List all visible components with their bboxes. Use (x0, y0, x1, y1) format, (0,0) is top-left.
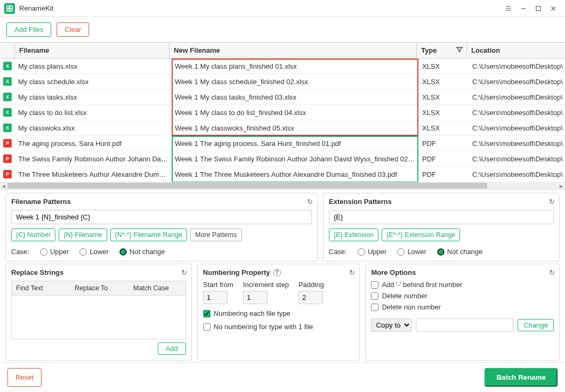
filename-cell: My class to do list.xlsx (15, 109, 172, 117)
col-filename[interactable]: Filename (15, 43, 170, 58)
table-row[interactable]: XMy class to do list.xlsxWeek 1 My class… (0, 105, 565, 120)
filename-cell: The Three Musketeers Author Alexandre Du… (15, 170, 172, 178)
delete-non-number-label: Delete non number (382, 303, 441, 311)
scroll-left-icon[interactable]: ◄ (0, 182, 7, 190)
filter-icon[interactable] (456, 46, 463, 55)
panel-title: Filename Patterns (11, 198, 312, 206)
table-row[interactable]: XMy class plans.xlsxWeek 1 My class plan… (0, 59, 565, 74)
extension-pattern-input[interactable] (329, 210, 554, 224)
refresh-icon[interactable]: ↻ (549, 198, 555, 206)
type-cell: XLSX (419, 62, 469, 70)
type-cell: PDF (419, 140, 469, 148)
horizontal-scrollbar[interactable]: ◄ ► (0, 182, 565, 190)
col-location[interactable]: Location (467, 43, 565, 58)
table-row[interactable]: PThe Swiss Family Robinson Author Johann… (0, 151, 565, 167)
app-title: RenameKit (19, 4, 501, 12)
add-dash-checkbox[interactable] (371, 281, 378, 289)
case-notchange[interactable]: Not change (119, 248, 165, 256)
refresh-icon[interactable]: ↻ (181, 268, 187, 276)
tag-c-number[interactable]: {C} Number (11, 228, 55, 241)
new-filename-cell: Week 1 My class tasks_finished 03.xlsx (172, 93, 419, 101)
table-row[interactable]: XMy class tasks.xlsxWeek 1 My class task… (0, 89, 565, 105)
table-row[interactable]: XMy class schedule.xlsxWeek 1 My class s… (0, 74, 565, 89)
svg-rect-1 (10, 5, 13, 8)
new-filename-cell: Week 1 My class plans_finished 01.xlsx (172, 62, 419, 70)
start-from-input[interactable] (203, 291, 228, 304)
new-filename-cell: Week 1 My class to do list_finished 04.x… (172, 109, 419, 117)
app-icon (4, 3, 15, 14)
copy-path-input[interactable] (416, 318, 513, 332)
titlebar: RenameKit (0, 0, 565, 17)
filename-cell: My classwoks.xlsx (15, 124, 172, 132)
case-upper[interactable]: Upper (40, 248, 69, 256)
tag-e-extension[interactable]: {E} Extension (329, 228, 378, 241)
tag-extension-range[interactable]: {E*-*} Extension Range (382, 228, 460, 241)
filename-cell: My class plans.xlsx (15, 62, 172, 70)
tag-n-filename[interactable]: {N} Filename (59, 228, 107, 241)
padding-input[interactable] (298, 291, 323, 304)
numbering-panel: ↻ Numbering Property ? Start from Increm… (197, 264, 360, 361)
reset-button[interactable]: Reset (7, 368, 42, 387)
ext-case-lower[interactable]: Lower (397, 248, 426, 256)
maximize-icon[interactable] (531, 1, 546, 16)
refresh-icon[interactable]: ↻ (349, 268, 355, 276)
filename-cell: The aging process, Sara Hunt.pdf (15, 140, 172, 148)
batch-rename-button[interactable]: Batch Rename (485, 368, 558, 387)
type-cell: XLSX (419, 93, 469, 101)
delete-number-checkbox[interactable] (371, 292, 378, 300)
table-row[interactable]: XMy classwoks.xlsxWeek 1 My classwoks_fi… (0, 120, 565, 136)
change-button[interactable]: Change (518, 319, 554, 331)
copy-to-select[interactable]: Copy to (371, 318, 411, 332)
more-patterns-button[interactable]: More Patterns (190, 228, 242, 241)
info-icon[interactable]: ? (273, 269, 281, 276)
table-row[interactable]: PThe Three Musketeers Author Alexandre D… (0, 167, 565, 182)
case-lower[interactable]: Lower (79, 248, 108, 256)
refresh-icon[interactable]: ↻ (307, 198, 313, 206)
new-filename-cell: Week 1 The aging process, Sara Hunt_fini… (172, 140, 419, 148)
panel-title: Numbering Property ? (203, 268, 354, 276)
col-find-text: Find Text (16, 284, 75, 292)
file-table: Filename New Filename Type Location XMy … (0, 42, 565, 190)
replace-header: Find Text Replace To Match Case (11, 281, 186, 296)
svg-rect-3 (10, 9, 13, 11)
filename-cell: My class tasks.xlsx (15, 93, 172, 101)
panel-title: Replace Strings (11, 268, 186, 276)
filename-cell: My class schedule.xlsx (15, 78, 172, 86)
add-files-button[interactable]: Add Files (6, 22, 51, 37)
table-header: Filename New Filename Type Location (0, 43, 565, 59)
col-new-filename[interactable]: New Filename (170, 43, 417, 58)
replace-strings-panel: ↻ Replace Strings Find Text Replace To M… (5, 264, 192, 361)
filename-patterns-panel: ↻ Filename Patterns {C} Number {N} Filen… (5, 193, 318, 262)
refresh-icon[interactable]: ↻ (549, 268, 555, 276)
filename-cell: The Swiss Family Robinson Author Johann … (15, 155, 172, 163)
add-button[interactable]: Add (158, 342, 186, 355)
scroll-thumb[interactable] (7, 183, 487, 189)
scroll-right-icon[interactable]: ► (558, 182, 565, 190)
ext-case-notchange[interactable]: Not change (437, 248, 483, 256)
numbering-each-checkbox[interactable] (203, 310, 211, 317)
increment-input[interactable] (243, 291, 268, 304)
svg-rect-4 (536, 6, 540, 10)
close-icon[interactable] (546, 1, 561, 16)
file-type-icon: P (0, 154, 15, 163)
replace-list (11, 296, 186, 339)
location-cell: C:\Users\mobeesoft\Desktop\ (469, 170, 565, 178)
no-numbering-checkbox[interactable] (203, 323, 211, 331)
file-type-icon: X (0, 93, 15, 101)
delete-non-number-checkbox[interactable] (371, 304, 378, 311)
new-filename-cell: Week 1 The Three Musketeers Author Alexa… (172, 170, 419, 178)
tag-filename-range[interactable]: {N*-*} Filename Range (110, 228, 187, 241)
col-type[interactable]: Type (417, 43, 467, 58)
add-dash-label: Add '-' behind first number (382, 281, 462, 289)
minimize-icon[interactable] (516, 1, 531, 16)
delete-number-label: Delete number (382, 292, 427, 300)
filename-pattern-input[interactable] (11, 210, 312, 224)
new-filename-cell: Week 1 My class schedule_finished 02.xls… (172, 78, 419, 86)
table-row[interactable]: PThe aging process, Sara Hunt.pdfWeek 1 … (0, 136, 565, 151)
type-cell: XLSX (419, 124, 469, 132)
menu-icon[interactable] (501, 1, 516, 16)
toolbar: Add Files Clear (0, 17, 565, 42)
clear-button[interactable]: Clear (57, 22, 89, 37)
ext-case-upper[interactable]: Upper (358, 248, 386, 256)
type-cell: XLSX (419, 109, 469, 117)
